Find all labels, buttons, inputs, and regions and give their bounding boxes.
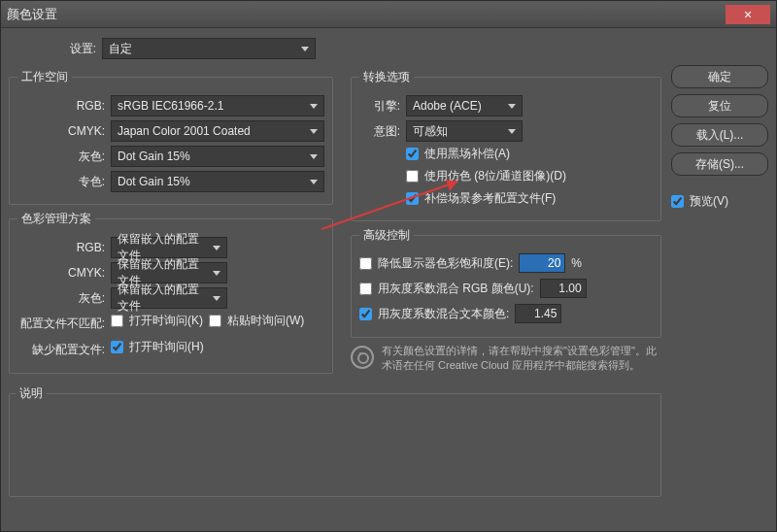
ask-paste-checkbox[interactable]: 粘贴时询问(W) [209,313,304,329]
intent-select[interactable]: 可感知 [406,120,523,142]
workspace-rgb-select[interactable]: sRGB IEC61966-2.1 [111,95,324,116]
window-title: 颜色设置 [7,6,726,23]
blend-rgb-checkbox[interactable]: 用灰度系数混合 RGB 颜色(U): 1.00 [359,279,653,298]
blackpoint-checkbox[interactable]: 使用黑场补偿(A) [406,146,653,162]
policies-legend: 色彩管理方案 [17,211,95,227]
desaturate-checkbox[interactable]: 降低显示器色彩饱和度(E): 20 % [359,253,653,273]
policies-group: 色彩管理方案 RGB:保留嵌入的配置文件 CMYK:保留嵌入的配置文件 灰色:保… [9,211,333,374]
engine-select[interactable]: Adobe (ACE) [406,95,523,116]
compensate-checkbox[interactable]: 补偿场景参考配置文件(F) [406,190,653,207]
close-button[interactable]: × [726,5,770,24]
ask-open-mismatch-checkbox[interactable]: 打开时询问(K) [111,313,203,329]
dither-checkbox[interactable]: 使用仿色 (8位/通道图像)(D) [406,168,653,184]
advanced-legend: 高级控制 [359,227,414,244]
settings-label: 设置: [9,41,96,57]
description-group: 说明 [9,385,661,497]
reset-button[interactable]: 复位 [671,94,768,117]
conversion-legend: 转换选项 [359,69,414,85]
load-button[interactable]: 载入(L)... [671,123,768,147]
policies-rgb-select[interactable]: 保留嵌入的配置文件 [111,237,227,258]
save-button[interactable]: 存储(S)... [671,152,768,176]
conversion-group: 转换选项 引擎:Adobe (ACE) 意图:可感知 使用黑场补偿(A) 使用仿… [351,69,661,221]
titlebar: 颜色设置 × [1,1,776,28]
blend-text-checkbox[interactable]: 用灰度系数混合文本颜色: 1.45 [359,304,653,323]
policies-gray-select[interactable]: 保留嵌入的配置文件 [111,287,227,309]
blend-rgb-input[interactable]: 1.00 [540,279,587,298]
info-text: 有关颜色设置的详情，请在帮助中搜索"设置色彩管理"。此术语在任何 Creativ… [382,344,661,374]
workspace-group: 工作空间 RGB:sRGB IEC61966-2.1 CMYK:Japan Co… [9,69,333,205]
workspace-spot-select[interactable]: Dot Gain 15% [111,171,324,192]
color-settings-window: 颜色设置 × 设置: 自定 工作空间 RGB:sRGB IEC61966-2.1… [0,0,777,532]
settings-select[interactable]: 自定 [102,38,316,59]
ok-button[interactable]: 确定 [671,65,768,88]
workspace-gray-select[interactable]: Dot Gain 15% [111,146,324,167]
info-icon [351,346,374,369]
desaturate-input[interactable]: 20 [519,253,565,273]
info-block: 有关颜色设置的详情，请在帮助中搜索"设置色彩管理"。此术语在任何 Creativ… [351,344,661,374]
workspace-cmyk-select[interactable]: Japan Color 2001 Coated [111,120,324,142]
preview-checkbox[interactable]: 预览(V) [671,193,768,210]
description-legend: 说明 [16,385,47,402]
blend-text-input[interactable]: 1.45 [515,304,561,323]
advanced-group: 高级控制 降低显示器色彩饱和度(E): 20 % 用灰度系数混合 RGB 颜色(… [351,227,661,338]
workspace-legend: 工作空间 [17,69,72,85]
ask-open-missing-checkbox[interactable]: 打开时询问(H) [111,339,204,355]
policies-cmyk-select[interactable]: 保留嵌入的配置文件 [111,262,227,283]
close-icon: × [744,8,752,21]
